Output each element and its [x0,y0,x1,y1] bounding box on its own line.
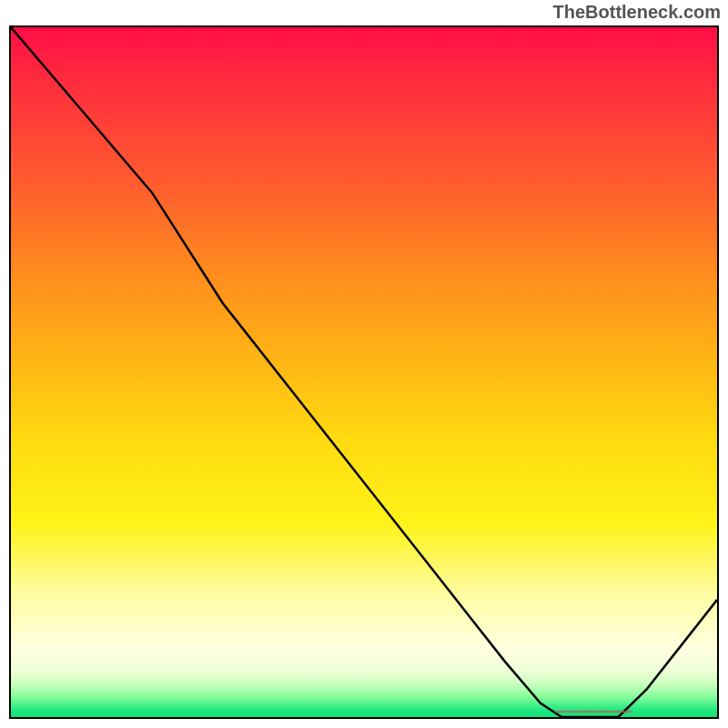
chart-frame [9,25,719,719]
watermark-text: TheBottleneck.com [553,2,721,23]
bottleneck-curve [11,27,717,717]
chart-plot-area [11,27,717,717]
